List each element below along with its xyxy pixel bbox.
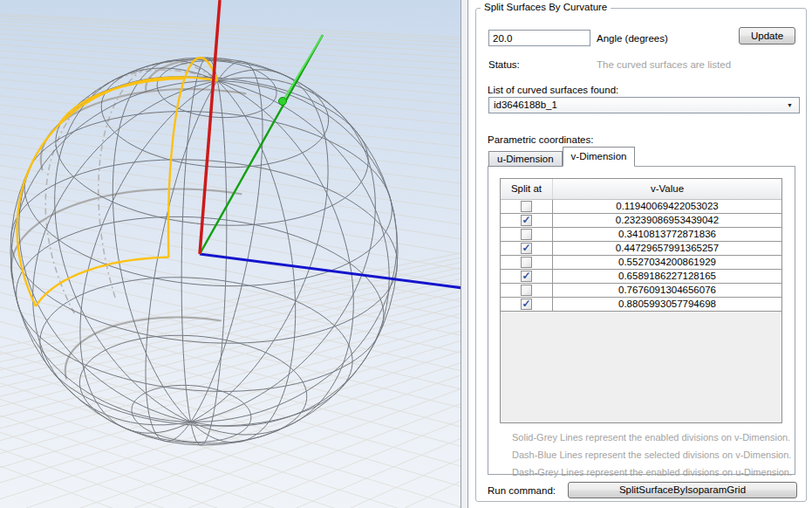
angle-label: Angle (degrees)	[597, 33, 668, 44]
split-surfaces-panel: Split Surfaces By Curvature Angle (degre…	[468, 0, 812, 508]
chevron-down-icon: ▼	[787, 98, 793, 113]
table-row: ✓0.44729657991365257	[501, 242, 781, 256]
table-row: 0.11940069422053023	[501, 200, 781, 214]
table-row: ✓0.6589186227128165	[501, 270, 781, 284]
axis-triad	[200, 0, 461, 288]
legend-note: Dash-Blue Lines represent the selected d…	[512, 446, 782, 463]
table-row: 0.5527034200861929	[501, 256, 781, 270]
groupbox-title: Split Surfaces By Curvature	[481, 2, 611, 12]
legend-note: Dash-Grey Lines represent the enabled di…	[512, 463, 782, 481]
v-value-table: Split at v-Value 0.11940069422053023✓0.2…	[500, 178, 782, 423]
split-checkbox[interactable]: ✓	[521, 271, 532, 282]
v-value-cell: 0.23239086953439042	[553, 214, 781, 227]
z-axis-red	[200, 0, 220, 254]
split-checkbox[interactable]	[521, 229, 532, 240]
table-row: 0.7676091304656076	[501, 284, 781, 298]
column-header-split-at[interactable]: Split at	[501, 179, 553, 199]
application-window: Split Surfaces By Curvature Angle (degre…	[0, 0, 812, 508]
run-command-button[interactable]: SplitSurfaceByIsoparamGrid	[568, 482, 797, 498]
parametric-label: Parametric coordinates:	[488, 134, 593, 145]
split-checkbox[interactable]: ✓	[521, 215, 532, 226]
tab-v-dimension[interactable]: v-Dimension	[563, 147, 636, 167]
column-header-v-value[interactable]: v-Value	[553, 179, 781, 199]
tab-u-dimension[interactable]: u-Dimension	[488, 151, 563, 167]
viewport-3d[interactable]	[0, 0, 461, 508]
table-row: ✓0.8805993057794698	[501, 298, 781, 312]
surface-dropdown[interactable]: id3646188b_1 ▼	[488, 97, 800, 113]
status-value: The curved surfaces are listed	[597, 59, 731, 70]
v-value-cell: 0.44729657991365257	[553, 242, 781, 255]
table-row: ✓0.23239086953439042	[501, 214, 781, 228]
sphere-wireframe-canvas[interactable]	[0, 0, 461, 508]
surface-list-label: List of curved surfaces found:	[488, 85, 618, 95]
table-row: 0.3410813772871836	[501, 228, 781, 242]
v-table-body: 0.11940069422053023✓0.232390869534390420…	[501, 200, 781, 312]
split-checkbox[interactable]	[521, 201, 532, 212]
v-value-cell: 0.6589186227128165	[553, 270, 781, 283]
v-value-cell: 0.11940069422053023	[553, 200, 781, 213]
curvature-groupbox: Split Surfaces By Curvature Angle (degre…	[475, 8, 807, 502]
v-value-cell: 0.7676091304656076	[553, 284, 781, 297]
splitter-bar[interactable]	[461, 0, 468, 508]
v-value-cell: 0.8805993057794698	[553, 298, 781, 311]
dimension-tabs: u-Dimensionv-Dimension	[488, 146, 635, 167]
split-checkbox[interactable]: ✓	[521, 299, 532, 310]
split-checkbox[interactable]: ✓	[521, 243, 532, 254]
split-checkbox[interactable]	[521, 285, 532, 296]
v-dimension-tabpage: Split at v-Value 0.11940069422053023✓0.2…	[488, 166, 795, 475]
run-command-label: Run command:	[488, 485, 556, 496]
axis-handle-dot[interactable]	[279, 98, 287, 106]
surface-dropdown-value: id3646188b_1	[494, 100, 557, 110]
status-label: Status:	[488, 59, 520, 70]
angle-input[interactable]	[488, 30, 590, 46]
split-checkbox[interactable]	[521, 257, 532, 268]
update-button[interactable]: Update	[739, 27, 795, 45]
legend-note: Solid-Grey Lines represent the enabled d…	[512, 429, 782, 446]
v-value-cell: 0.5527034200861929	[553, 256, 781, 269]
table-header: Split at v-Value	[501, 179, 781, 200]
legend-notes: Solid-Grey Lines represent the enabled d…	[512, 429, 782, 481]
v-value-cell: 0.3410813772871836	[553, 228, 781, 241]
